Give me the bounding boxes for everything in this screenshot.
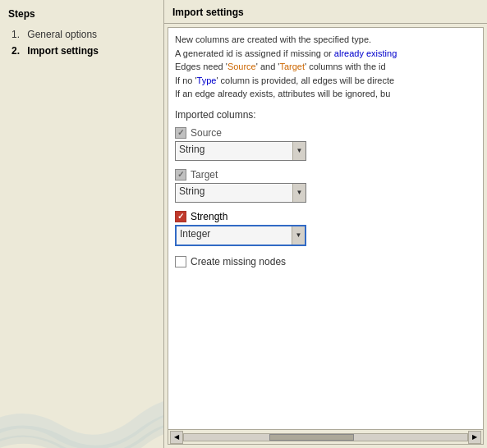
step-2-number: 2. [11,45,25,57]
horizontal-scrollbar[interactable]: ◀ ▶ [168,430,484,445]
target-checkbox[interactable] [175,169,186,181]
source-dropdown-arrow[interactable] [292,142,306,160]
strength-dropdown-row: Integer [175,225,476,246]
source-column-name: Source [191,127,222,139]
source-column-row: Source String [175,127,476,164]
step-1[interactable]: 1. General options [8,26,155,43]
target-column-header: Target [175,169,476,181]
panel-title: Import settings [164,0,487,24]
strength-column-header: Strength [175,211,476,222]
create-missing-row: Create missing nodes [175,256,476,267]
left-panel: Steps 1. General options 2. Import setti… [0,0,164,448]
step-1-label: General options [27,29,97,40]
strength-type-value: Integer [177,226,292,245]
info-target: Target [279,62,305,71]
main-container: Steps 1. General options 2. Import setti… [0,0,487,448]
step-2-label: Import settings [27,45,99,57]
step-1-number: 1. [11,29,25,40]
content-area: New columns are created with the specifi… [164,24,487,448]
source-column-header: Source [175,127,476,139]
scroll-content[interactable]: New columns are created with the specifi… [168,27,484,430]
info-type: Type [197,75,217,85]
target-column-row: Target String [175,169,476,206]
target-dropdown-arrow[interactable] [292,184,306,202]
scrollbar-track[interactable] [183,433,468,441]
source-checkbox[interactable] [175,127,186,139]
scroll-left-button[interactable]: ◀ [170,431,183,444]
create-missing-checkbox[interactable] [175,256,186,267]
scroll-right-button[interactable]: ▶ [468,431,481,444]
step-2[interactable]: 2. Import settings [8,43,155,59]
source-dropdown-row: String [175,141,476,161]
strength-column-row: Strength Integer [175,211,476,249]
right-panel: Import settings New columns are created … [164,0,487,448]
imported-columns-label: Imported columns: [175,109,476,121]
info-already: already existing [334,48,397,58]
strength-dropdown-arrow[interactable] [292,226,305,245]
strength-column-name: Strength [191,211,227,222]
target-type-dropdown[interactable]: String [175,183,306,203]
steps-title: Steps [8,8,155,20]
source-type-value: String [176,142,292,160]
steps-list: 1. General options 2. Import settings [8,26,155,59]
info-source: Source [227,62,256,71]
create-missing-label: Create missing nodes [191,256,286,267]
strength-type-dropdown[interactable]: Integer [175,225,306,246]
source-type-dropdown[interactable]: String [175,141,306,161]
info-text: New columns are created with the specifi… [175,33,476,101]
target-dropdown-row: String [175,183,476,203]
strength-checkbox[interactable] [175,211,186,222]
decorative-waves [0,382,164,448]
scrollbar-thumb[interactable] [269,434,355,441]
target-type-value: String [176,184,292,202]
target-column-name: Target [191,169,218,181]
